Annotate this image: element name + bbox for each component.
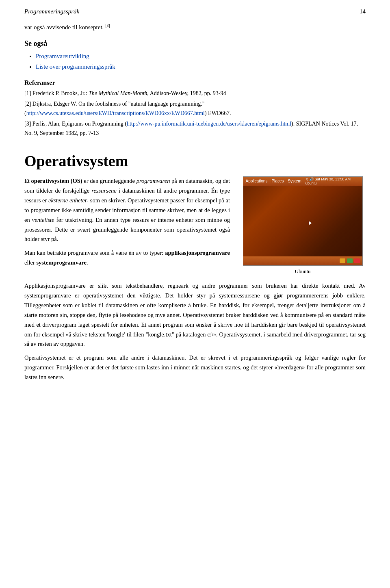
see-also-heading: Se også [24,39,366,48]
list-item: Liste over programmeringsspråk [36,62,366,72]
applikasjon-bold: applikasjonsprogramvare [165,250,230,256]
section-divider [24,146,366,146]
ubuntu-bottom-bar [243,256,362,265]
cursor-icon [309,221,312,225]
taskbar-applications: Applications [246,179,268,183]
os-second-paragraph: Man kan betrakte programvare som å være … [24,248,230,268]
intro-text: var også avvisende til konseptet. [3] [24,22,366,32]
programvareutvikling-link[interactable]: Programvareutvikling [36,53,89,59]
os-italic: programvaren [136,178,170,184]
image-column: Applications Places System ♫ 🔊 Sat May 3… [240,176,366,275]
section-title: Operativsystem [24,152,366,170]
os-italic2: ressursene [91,187,116,194]
references-section: Referanser [1] Frederick P. Brooks, Jr.:… [24,79,366,138]
taskbar-time: ♫ 🔊 Sat May 30, 11:58 AM ubuntu [306,177,360,185]
full-paragraph-2: Operativsystemet er et program som alle … [24,353,366,382]
page-header: Programmeringsspråk 14 [24,8,366,15]
ref3-link[interactable]: http://www-pu.informatik.uni-tuebingen.d… [127,121,291,127]
page-number: 14 [360,8,366,15]
ubuntu-taskbar: Applications Places System ♫ 🔊 Sat May 3… [243,177,362,186]
minimize-button[interactable] [340,258,345,263]
reference-1: [1] Frederick P. Brooks, Jr.: The Mythic… [24,89,366,98]
footnote-3: [3] [105,23,110,28]
os-bold: operativsystem (OS) [31,178,82,184]
list-item: Programvareutvikling [36,51,366,62]
text-column: Et operativsystem (OS) er den grunnlegge… [24,176,230,275]
close-button[interactable] [354,258,360,263]
liste-over-link[interactable]: Liste over programmeringsspråk [36,63,115,70]
two-column-layout: Et operativsystem (OS) er den grunnlegge… [24,176,366,275]
reference-2: [2] Dijkstra, Edsger W. On the foolishne… [24,100,366,118]
header-title: Programmeringsspråk [24,8,79,15]
full-paragraph-1: Applikasjonsprogramvare er slikt som tek… [24,281,366,349]
ref2-link[interactable]: http://www.cs.utexas.edu/users/EWD/trans… [26,110,205,116]
image-caption: Ubuntu [295,268,311,275]
intro-body: var også avvisende til konseptet. [3] [24,24,110,30]
os-italic3: eksterne enheter [48,197,87,204]
ubuntu-screenshot: Applications Places System ♫ 🔊 Sat May 3… [243,176,363,266]
full-width-text: Applikasjonsprogramvare er slikt som tek… [24,281,366,382]
maximize-button[interactable] [347,258,353,263]
references-heading: Referanser [24,79,366,87]
reference-3: [3] Perlis, Alan, Epigrams on Programmin… [24,119,366,138]
see-also-list: Programvareutvikling Liste over programm… [24,51,366,72]
os-intro-paragraph: Et operativsystem (OS) er den grunnlegge… [24,176,230,244]
os-italic4: venteliste [32,217,54,223]
see-also-section: Se også Programvareutvikling Liste over … [24,39,366,72]
ubuntu-desktop [243,186,362,256]
taskbar-places: Places [271,179,284,183]
taskbar-system: System [288,179,301,183]
system-bold: systemprogramvare [36,259,87,266]
